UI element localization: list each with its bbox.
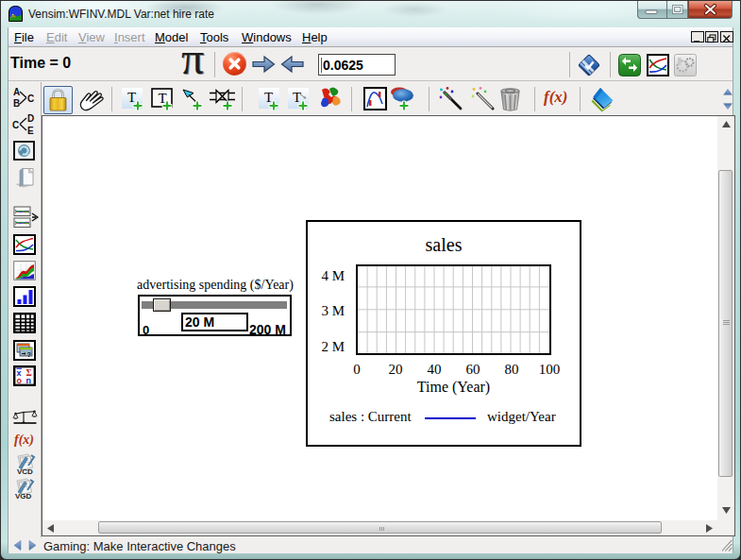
svg-text:VGD: VGD bbox=[15, 492, 32, 500]
svg-text:o: o bbox=[17, 376, 23, 385]
svg-text:C: C bbox=[12, 120, 19, 130]
svg-text:?: ? bbox=[27, 350, 32, 359]
svg-text:VCD: VCD bbox=[17, 467, 33, 475]
svg-text:A: A bbox=[13, 87, 20, 97]
svg-text:n: n bbox=[26, 376, 32, 385]
svg-text:T: T bbox=[264, 90, 273, 105]
svg-text:E: E bbox=[27, 126, 34, 135]
svg-text:T: T bbox=[293, 90, 301, 105]
svg-text:B: B bbox=[13, 98, 20, 109]
svg-text:T: T bbox=[127, 90, 136, 105]
svg-text:C: C bbox=[27, 93, 34, 104]
svg-text:D: D bbox=[27, 113, 34, 124]
